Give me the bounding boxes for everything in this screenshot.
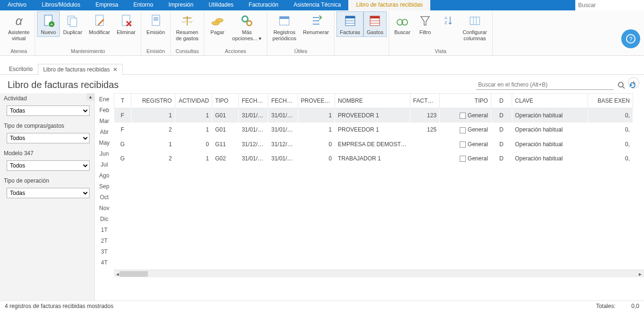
column-header-factura[interactable]: FACTURA (410, 94, 439, 108)
month-ago[interactable]: Ago (99, 172, 109, 179)
filter-select[interactable]: Todas (7, 188, 90, 198)
column-header-proveedor[interactable]: PROVEEDOR (298, 94, 335, 108)
filter-select[interactable]: Todos (7, 160, 90, 171)
column-header-d[interactable]: D (491, 94, 512, 108)
column-header-tipo[interactable]: TIPO (212, 94, 238, 108)
gears-icon (239, 13, 254, 28)
help-icon: ? (626, 34, 636, 44)
svg-rect-21 (280, 17, 289, 19)
month-1t[interactable]: 1T (101, 227, 108, 233)
ribbon-button-label: Resumen de gastos (176, 29, 199, 42)
add-tab-button[interactable]: + (628, 77, 639, 88)
month-3t[interactable]: 3T (101, 248, 108, 255)
eliminar-button[interactable]: Eliminar (113, 11, 139, 37)
cell-actividad: 1 (175, 123, 212, 137)
column-header-fecha1[interactable]: FECHA ... (239, 94, 268, 108)
cell-fecha1: 31/12/20... (239, 137, 268, 151)
month-ene[interactable]: Ene (99, 96, 109, 103)
scroll-up-icon[interactable]: ▲ (87, 93, 94, 101)
close-tab-icon[interactable]: ✕ (113, 66, 118, 73)
month-mar[interactable]: Mar (100, 118, 109, 124)
facturas-button[interactable]: Facturas (336, 11, 363, 37)
menu-item-archivo[interactable]: Archivo (0, 0, 34, 10)
ribbon-button-label: Pagar (210, 29, 224, 35)
grid-red-icon (367, 13, 382, 28)
month-may[interactable]: May (99, 140, 110, 146)
month-4t[interactable]: 4T (101, 259, 108, 266)
status-record-count: 4 registros de facturas recibidas mostra… (5, 303, 113, 309)
columns-icon (467, 13, 482, 28)
help-button[interactable]: ? (621, 29, 640, 48)
menu-item-utilidades[interactable]: Utilidades (201, 0, 241, 10)
month-oct[interactable]: Oct (100, 194, 109, 201)
status-totals-value: 0,0 (620, 303, 639, 309)
column-header-registro[interactable]: REGISTRO (131, 94, 175, 108)
menu-item-facturaci-n[interactable]: Facturación (241, 0, 286, 10)
checkbox-icon[interactable] (460, 127, 466, 133)
doc-tab[interactable]: Libro de facturas recibidas✕ (38, 64, 123, 75)
column-header-tipo2[interactable]: TIPO (440, 94, 491, 108)
menu-item-libro-de-facturas-recibidas[interactable]: Libro de facturas recibidas (348, 0, 430, 10)
registros-periodicos-button[interactable]: Registros periódicos (269, 11, 299, 43)
filter-select[interactable]: Todas (7, 106, 90, 116)
month-jul[interactable]: Jul (100, 161, 108, 168)
svg-point-17 (216, 18, 223, 22)
global-search-input[interactable] (575, 0, 644, 10)
month-jun[interactable]: Jun (100, 150, 109, 157)
ribbon-group: Resumen de gastosConsultas (171, 11, 204, 55)
checkbox-icon[interactable] (460, 141, 466, 148)
menu-item-asistencia-t-cnica[interactable]: Asistencia Técnica (286, 0, 349, 10)
resumen-gastos-button[interactable]: Resumen de gastos (172, 11, 202, 43)
page-title: Libro de facturas recibidas (8, 79, 119, 90)
mas-opciones-button[interactable]: Más opciones... ▾ (229, 11, 265, 43)
config-columnas-button[interactable]: Configurar columnas (459, 11, 490, 43)
menu-item-impresi-n[interactable]: Impresión (161, 0, 201, 10)
search-icon[interactable] (617, 81, 625, 89)
filtro-button[interactable]: Filtro (414, 11, 436, 37)
table-row[interactable]: G21G0231/01/20...31/01/20...0TRABAJADOR … (114, 151, 633, 166)
cell-t: G (114, 137, 131, 151)
column-header-clave[interactable]: CLAVE (512, 94, 588, 108)
month-sep[interactable]: Sep (99, 183, 109, 190)
emision-button[interactable]: Emisión (143, 11, 168, 37)
column-header-nombre[interactable]: NOMBRE (335, 94, 410, 108)
filter-label: Modelo 347 (4, 150, 91, 157)
svg-rect-23 (345, 16, 355, 18)
cell-nombre: TRABAJADOR 1 (335, 151, 410, 166)
sort-button[interactable]: AZ (436, 11, 459, 31)
doc-tab[interactable]: Escritorio (4, 63, 38, 74)
cell-d: D (491, 123, 512, 137)
pagar-button[interactable]: Pagar (206, 11, 229, 37)
horizontal-scrollbar[interactable]: ◄► (114, 270, 644, 277)
filter-group: Tipo de compras/gastosTodos (2, 121, 92, 148)
ribbon-button-label: Facturas (340, 29, 360, 35)
checkbox-icon[interactable] (460, 113, 466, 119)
menu-item-entorno[interactable]: Entorno (126, 0, 161, 10)
asistente-virtual-button[interactable]: αAsistente virtual (5, 11, 33, 43)
table-row[interactable]: F11G0131/01/20...31/01/20...1PROVEEDOR 1… (114, 108, 633, 123)
modificar-button[interactable]: Modificar (86, 11, 114, 37)
nuevo-button[interactable]: +Nuevo (37, 11, 60, 37)
gastos-button[interactable]: Gastos (363, 11, 387, 37)
month-dic[interactable]: Dic (100, 216, 108, 222)
menu-item-libros-m-dulos[interactable]: Libros/Módulos (34, 0, 88, 10)
month-2t[interactable]: 2T (101, 238, 108, 244)
column-header-t[interactable]: T (114, 94, 131, 108)
doc-copy-icon (65, 13, 80, 28)
month-abr[interactable]: Abr (100, 129, 109, 135)
column-header-fecha2[interactable]: FECHA E... (268, 94, 298, 108)
menu-item-empresa[interactable]: Empresa (88, 0, 126, 10)
buscar-button[interactable]: Buscar (391, 11, 414, 37)
filter-select[interactable]: Todos (7, 133, 90, 143)
table-row[interactable]: G10G1131/12/20...31/12/20...0EMPRESA DE … (114, 137, 633, 151)
month-nov[interactable]: Nov (99, 205, 109, 211)
renumerar-button[interactable]: Renumerar (299, 11, 332, 37)
table-row[interactable]: F21G0131/01/20...31/01/20...1PROVEEDOR 1… (114, 123, 633, 137)
column-header-actividad[interactable]: ACTIVIDAD (175, 94, 212, 108)
column-header-baseexen[interactable]: BASE EXEN (588, 94, 633, 108)
duplicar-button[interactable]: Duplicar (60, 11, 85, 37)
checkbox-icon[interactable] (460, 156, 466, 162)
table-search-input[interactable] (476, 80, 614, 90)
cell-d: D (491, 151, 512, 166)
month-feb[interactable]: Feb (100, 107, 109, 114)
